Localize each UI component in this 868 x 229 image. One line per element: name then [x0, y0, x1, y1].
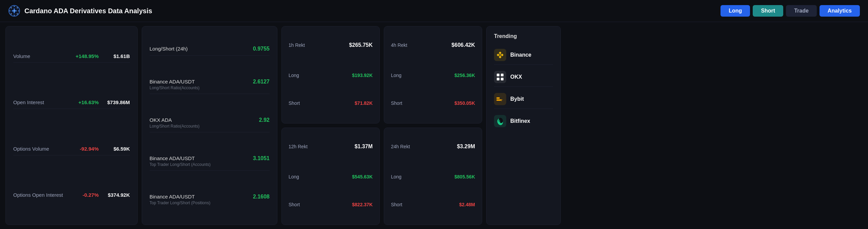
longshort-panel: Long/Short (24h) 0.9755 Binance ADA/USDT…	[142, 26, 277, 225]
bybit-name: Bybit	[510, 96, 524, 102]
rekt-4h-title: 4h Rekt	[391, 42, 407, 48]
svg-rect-22	[501, 78, 504, 80]
rekt-12h-long-value: $545.63K	[352, 174, 373, 179]
rekt-12h-total: $1.37M	[355, 144, 373, 150]
rekt-24h-title: 24h Rekt	[391, 144, 410, 149]
rekt-1h-title: 1h Rekt	[289, 42, 305, 48]
stat-row-volume: Volume +148.95% $1.61B	[13, 50, 130, 63]
svg-point-8	[11, 14, 12, 15]
rekt-12h-short-value: $822.37K	[352, 202, 373, 207]
rekt-col-left: 1h Rekt $265.75K Long $193.92K Short $71…	[281, 26, 380, 225]
svg-point-7	[17, 7, 18, 8]
rekt-24h-long-label: Long	[391, 174, 401, 179]
rekt-12h-long-label: Long	[289, 174, 299, 179]
header-title: Cardano ADA Derivatives Data Analysis	[24, 7, 152, 15]
rekt-24h-short-label: Short	[391, 202, 402, 207]
ls-label-2: OKX ADA Long/Short Ratio(Accounts)	[150, 117, 199, 129]
svg-rect-21	[497, 78, 499, 80]
rekt-12h-short-label: Short	[289, 202, 300, 207]
header-left: Cardano ADA Derivatives Data Analysis	[8, 5, 152, 17]
stat-optoi-value: $374.92K	[99, 192, 130, 198]
trending-title: Trending	[494, 33, 553, 39]
rekt-24h-short-value: $2.48M	[459, 202, 475, 207]
rekt-24h-total: $3.29M	[457, 144, 475, 150]
binance-icon	[494, 49, 506, 61]
stat-volume-change: +148.95%	[68, 53, 99, 59]
exchange-item-okx[interactable]: OKX	[494, 68, 553, 87]
svg-point-11	[12, 10, 13, 12]
rekt-4h-panel: 4h Rekt $606.42K Long $256.36K Short $35…	[384, 26, 482, 123]
ls-value-2: 2.92	[259, 117, 270, 123]
stat-row-options-volume: Options Volume -92.94% $6.59K	[13, 142, 130, 155]
ls-label-4: Binance ADA/USDT Top Trader Long/Short (…	[150, 194, 210, 205]
rekt-12h-header: 12h Rekt $1.37M	[289, 144, 373, 150]
stat-optoi-change: -0.27%	[68, 192, 99, 198]
nav-short-button[interactable]: Short	[753, 5, 783, 17]
exchange-item-bitfinex[interactable]: Bitfinex	[494, 112, 553, 131]
nav-analytics-button[interactable]: Analytics	[820, 5, 860, 17]
svg-point-9	[14, 8, 15, 10]
svg-point-10	[14, 12, 15, 13]
okx-name: OKX	[510, 74, 522, 80]
trending-panel: Trending Binance	[486, 26, 561, 225]
svg-point-2	[14, 15, 15, 16]
stat-row-options-oi: Options Open Interest -0.27% $374.92K	[13, 189, 130, 201]
stat-optv-change: -92.94%	[68, 146, 99, 152]
stat-optv-value: $6.59K	[99, 146, 130, 152]
ls-row-3: Binance ADA/USDT Top Trader Long/Short (…	[150, 152, 270, 171]
svg-rect-19	[497, 74, 499, 76]
stat-volume-value: $1.61B	[99, 53, 130, 59]
rekt-12h-long-row: Long $545.63K	[289, 172, 373, 181]
stat-oi-value: $739.86M	[99, 99, 130, 105]
rekt-1h-long-label: Long	[289, 73, 299, 78]
svg-point-5	[11, 7, 12, 8]
rekt-col-right: 4h Rekt $606.42K Long $256.36K Short $35…	[384, 26, 482, 225]
svg-rect-20	[501, 74, 504, 76]
svg-marker-14	[499, 52, 501, 54]
rekt-24h-long-value: $805.56K	[454, 174, 475, 179]
rekt-4h-short-row: Short $350.05K	[391, 99, 475, 108]
svg-point-1	[14, 6, 15, 7]
svg-point-13	[13, 10, 15, 12]
stat-oi-change: +16.63%	[68, 99, 99, 105]
ls-row-1: Binance ADA/USDT Long/Short Ratio(Accoun…	[150, 75, 270, 94]
rekt-24h-header: 24h Rekt $3.29M	[391, 144, 475, 150]
nav-trade-button[interactable]: Trade	[786, 5, 817, 17]
rekt-4h-long-value: $256.36K	[454, 73, 475, 78]
rekt-12h-panel: 12h Rekt $1.37M Long $545.63K Short $822…	[281, 128, 380, 225]
rekt-1h-panel: 1h Rekt $265.75K Long $193.92K Short $71…	[281, 26, 380, 123]
rekt-24h-short-row: Short $2.48M	[391, 200, 475, 209]
rekt-1h-short-row: Short $71.82K	[289, 99, 373, 108]
svg-point-6	[17, 14, 18, 15]
stat-optv-label: Options Volume	[13, 146, 67, 152]
rekt-4h-short-value: $350.05K	[454, 100, 475, 106]
exchange-item-bybit[interactable]: T Bybit	[494, 90, 553, 109]
ls-label-1: Binance ADA/USDT Long/Short Ratio(Accoun…	[150, 79, 199, 90]
svg-marker-18	[499, 56, 501, 58]
rekt-4h-long-label: Long	[391, 73, 401, 78]
ls-row-4: Binance ADA/USDT Top Trader Long/Short (…	[150, 190, 270, 209]
bybit-icon: T	[494, 93, 506, 105]
bitfinex-name: Bitfinex	[510, 118, 530, 124]
header: Cardano ADA Derivatives Data Analysis Lo…	[0, 0, 868, 22]
stat-row-open-interest: Open Interest +16.63% $739.86M	[13, 96, 130, 109]
main-content: Volume +148.95% $1.61B Open Interest +16…	[0, 22, 868, 229]
binance-name: Binance	[510, 52, 531, 58]
bitfinex-icon	[494, 115, 506, 127]
svg-marker-16	[499, 54, 501, 56]
exchange-item-binance[interactable]: Binance	[494, 45, 553, 65]
rekt-4h-short-label: Short	[391, 100, 402, 106]
okx-icon	[494, 71, 506, 83]
rekt-1h-total: $265.75K	[349, 42, 373, 48]
nav-long-button[interactable]: Long	[721, 5, 750, 17]
rekt-1h-short-label: Short	[289, 100, 300, 106]
stat-optoi-label: Options Open Interest	[13, 192, 67, 198]
rekt-24h-long-row: Long $805.56K	[391, 172, 475, 181]
ls-value-3: 3.1051	[253, 155, 270, 161]
rekt-1h-header: 1h Rekt $265.75K	[289, 42, 373, 48]
rekt-4h-header: 4h Rekt $606.42K	[391, 42, 475, 48]
svg-text:T: T	[501, 99, 502, 102]
ls-label-3: Binance ADA/USDT Top Trader Long/Short (…	[150, 155, 211, 167]
svg-marker-15	[497, 54, 499, 56]
ls-label-0: Long/Short (24h)	[150, 46, 188, 52]
